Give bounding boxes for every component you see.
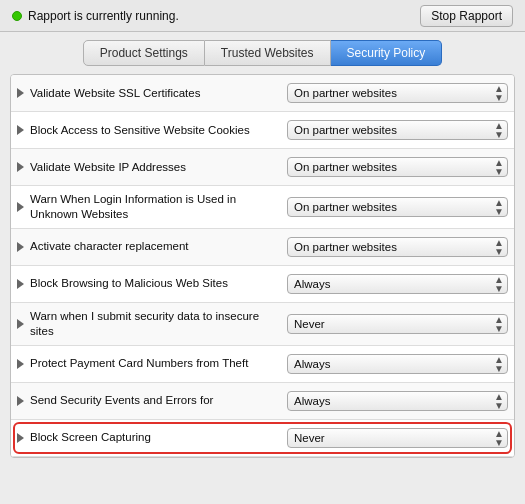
triangle-icon [17, 279, 24, 289]
select-validate-ip[interactable]: On partner websites & my sensitive websi… [287, 157, 508, 177]
row-label-area-block-screen-capture: Block Screen Capturing [11, 420, 281, 456]
select-wrap-block-malicious: AlwaysNever▲▼ [287, 274, 508, 294]
triangle-icon [17, 433, 24, 443]
settings-row-block-cookies: Block Access to Sensitive Website Cookie… [11, 112, 514, 149]
select-wrap-char-replacement: On partner websites & my sensitive websi… [287, 237, 508, 257]
triangle-icon [17, 162, 24, 172]
select-wrap-validate-ip: On partner websites & my sensitive websi… [287, 157, 508, 177]
stop-button[interactable]: Stop Rapport [420, 5, 513, 27]
select-protect-card[interactable]: AlwaysNever [287, 354, 508, 374]
row-control-char-replacement: On partner websites & my sensitive websi… [281, 233, 514, 261]
triangle-icon [17, 359, 24, 369]
select-char-replacement[interactable]: On partner websites & my sensitive websi… [287, 237, 508, 257]
select-validate-ssl[interactable]: On partner websitesAlwaysNever [287, 83, 508, 103]
row-label-area-warn-security: Warn when I submit security data to inse… [11, 303, 281, 345]
status-indicator [12, 11, 22, 21]
row-label-block-cookies: Block Access to Sensitive Website Cookie… [30, 123, 250, 138]
row-label-block-screen-capture: Block Screen Capturing [30, 430, 151, 445]
tab-bar: Product Settings Trusted Websites Securi… [0, 32, 525, 66]
row-control-block-screen-capture: NeverAlways▲▼ [281, 424, 514, 452]
select-warn-security[interactable]: NeverAlways [287, 314, 508, 334]
select-wrap-protect-card: AlwaysNever▲▼ [287, 354, 508, 374]
row-label-validate-ssl: Validate Website SSL Certificates [30, 86, 200, 101]
triangle-icon [17, 88, 24, 98]
row-label-char-replacement: Activate character replacement [30, 239, 189, 254]
triangle-icon [17, 242, 24, 252]
settings-row-char-replacement: Activate character replacementOn partner… [11, 229, 514, 266]
settings-row-warn-login: Warn When Login Information is Used in U… [11, 186, 514, 229]
row-label-protect-card: Protect Payment Card Numbers from Theft [30, 356, 248, 371]
select-wrap-warn-login: On partner websites & my sensitive websi… [287, 197, 508, 217]
settings-row-send-security-events: Send Security Events and Errors forAlway… [11, 383, 514, 420]
select-send-security-events[interactable]: AlwaysNever [287, 391, 508, 411]
select-block-malicious[interactable]: AlwaysNever [287, 274, 508, 294]
row-label-area-protect-card: Protect Payment Card Numbers from Theft [11, 346, 281, 382]
status-text: Rapport is currently running. [28, 9, 179, 23]
status-area: Rapport is currently running. [12, 9, 179, 23]
row-label-block-malicious: Block Browsing to Malicious Web Sites [30, 276, 228, 291]
row-label-area-validate-ssl: Validate Website SSL Certificates [11, 75, 281, 111]
settings-row-protect-card: Protect Payment Card Numbers from TheftA… [11, 346, 514, 383]
select-block-screen-capture[interactable]: NeverAlways [287, 428, 508, 448]
settings-content: Validate Website SSL CertificatesOn part… [10, 74, 515, 458]
select-warn-login[interactable]: On partner websites & my sensitive websi… [287, 197, 508, 217]
row-control-block-cookies: On partner websitesAlwaysNever▲▼ [281, 116, 514, 144]
row-control-warn-security: NeverAlways▲▼ [281, 310, 514, 338]
row-label-area-block-malicious: Block Browsing to Malicious Web Sites [11, 266, 281, 302]
triangle-icon [17, 319, 24, 329]
row-control-validate-ssl: On partner websitesAlwaysNever▲▼ [281, 79, 514, 107]
row-label-area-char-replacement: Activate character replacement [11, 229, 281, 265]
triangle-icon [17, 202, 24, 212]
row-label-warn-security: Warn when I submit security data to inse… [30, 309, 273, 339]
row-control-validate-ip: On partner websites & my sensitive websi… [281, 153, 514, 181]
select-block-cookies[interactable]: On partner websitesAlwaysNever [287, 120, 508, 140]
triangle-icon [17, 396, 24, 406]
row-label-area-block-cookies: Block Access to Sensitive Website Cookie… [11, 112, 281, 148]
row-control-warn-login: On partner websites & my sensitive websi… [281, 193, 514, 221]
row-label-send-security-events: Send Security Events and Errors for [30, 393, 213, 408]
top-bar: Rapport is currently running. Stop Rappo… [0, 0, 525, 32]
select-wrap-warn-security: NeverAlways▲▼ [287, 314, 508, 334]
select-wrap-block-screen-capture: NeverAlways▲▼ [287, 428, 508, 448]
tab-trusted-websites[interactable]: Trusted Websites [205, 40, 331, 66]
select-wrap-block-cookies: On partner websitesAlwaysNever▲▼ [287, 120, 508, 140]
tab-security-policy[interactable]: Security Policy [331, 40, 443, 66]
triangle-icon [17, 125, 24, 135]
row-label-area-warn-login: Warn When Login Information is Used in U… [11, 186, 281, 228]
row-label-warn-login: Warn When Login Information is Used in U… [30, 192, 273, 222]
settings-row-block-malicious: Block Browsing to Malicious Web SitesAlw… [11, 266, 514, 303]
row-label-validate-ip: Validate Website IP Addresses [30, 160, 186, 175]
select-wrap-validate-ssl: On partner websitesAlwaysNever▲▼ [287, 83, 508, 103]
row-label-area-send-security-events: Send Security Events and Errors for [11, 383, 281, 419]
row-control-send-security-events: AlwaysNever▲▼ [281, 387, 514, 415]
row-control-protect-card: AlwaysNever▲▼ [281, 350, 514, 378]
tab-product-settings[interactable]: Product Settings [83, 40, 205, 66]
settings-row-validate-ip: Validate Website IP AddressesOn partner … [11, 149, 514, 186]
select-wrap-send-security-events: AlwaysNever▲▼ [287, 391, 508, 411]
row-control-block-malicious: AlwaysNever▲▼ [281, 270, 514, 298]
settings-row-block-screen-capture: Block Screen CapturingNeverAlways▲▼ [11, 420, 514, 457]
settings-row-validate-ssl: Validate Website SSL CertificatesOn part… [11, 75, 514, 112]
row-label-area-validate-ip: Validate Website IP Addresses [11, 149, 281, 185]
settings-row-warn-security: Warn when I submit security data to inse… [11, 303, 514, 346]
